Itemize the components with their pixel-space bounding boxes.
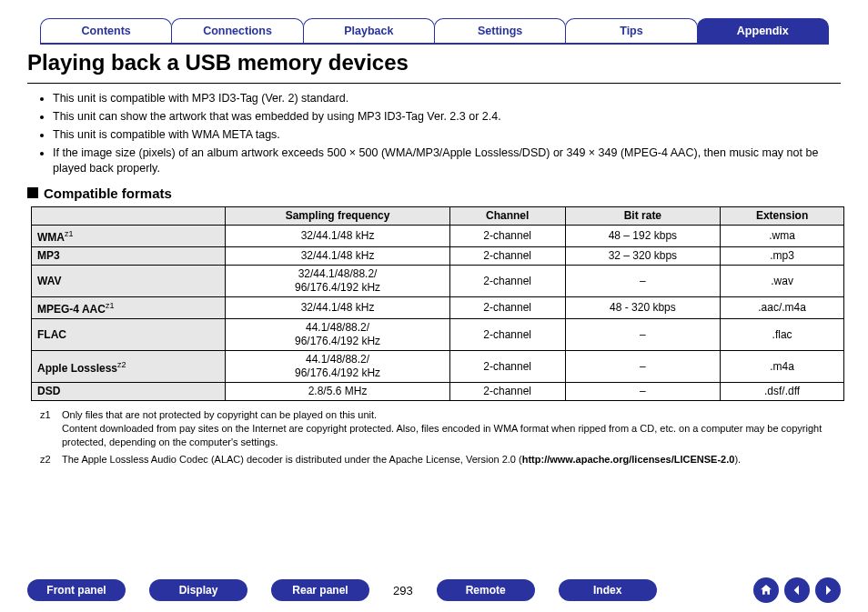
cell-rate: 48 – 192 kbps — [565, 226, 721, 247]
next-page-icon[interactable] — [815, 577, 841, 603]
format-name: FLAC — [32, 319, 226, 351]
cell-rate: – — [565, 319, 721, 351]
cell-freq: 44.1/48/88.2/96/176.4/192 kHz — [226, 319, 449, 351]
cell-ch: 2-channel — [449, 351, 565, 383]
cell-rate: 32 – 320 kbps — [565, 247, 721, 266]
format-name: MP3 — [32, 247, 226, 266]
bullet-item: This unit is compatible with MP3 ID3-Tag… — [53, 91, 841, 106]
bullet-item: If the image size (pixels) of an album a… — [53, 145, 841, 176]
cell-freq: 32/44.1/48 kHz — [226, 297, 449, 319]
cell-ch: 2-channel — [449, 297, 565, 319]
table-row: MP332/44.1/48 kHz2-channel32 – 320 kbps.… — [32, 247, 844, 266]
page-number: 293 — [393, 584, 413, 597]
table-row: DSD2.8/5.6 MHz2-channel–.dsf/.dff — [32, 383, 844, 401]
formats-table: Sampling frequencyChannelBit rateExtensi… — [31, 206, 844, 401]
home-icon[interactable] — [753, 577, 779, 603]
format-name: Apple Losslessz2 — [32, 351, 226, 383]
cell-ext: .aac/.m4a — [721, 297, 844, 319]
format-name: WAV — [32, 266, 226, 297]
prev-page-icon[interactable] — [784, 577, 810, 603]
intro-bullets: This unit is compatible with MP3 ID3-Tag… — [40, 91, 841, 176]
cell-freq: 32/44.1/48 kHz — [226, 226, 449, 247]
remote-button[interactable]: Remote — [437, 579, 535, 601]
title-rule — [27, 83, 841, 84]
cell-rate: – — [565, 351, 721, 383]
cell-ext: .dsf/.dff — [721, 383, 844, 401]
cell-ext: .flac — [721, 319, 844, 351]
tab-tips[interactable]: Tips — [565, 18, 697, 45]
cell-rate: – — [565, 383, 721, 401]
bullet-item: This unit is compatible with WMA META ta… — [53, 127, 841, 143]
top-tabs: ContentsConnectionsPlaybackSettingsTipsA… — [40, 18, 828, 45]
cell-ch: 2-channel — [449, 226, 565, 247]
cell-ext: .mp3 — [721, 247, 844, 266]
cell-freq: 32/44.1/48 kHz — [226, 247, 449, 266]
cell-ch: 2-channel — [449, 247, 565, 266]
tab-contents[interactable]: Contents — [40, 18, 172, 45]
cell-ext: .m4a — [721, 351, 844, 383]
tab-playback[interactable]: Playback — [303, 18, 435, 45]
footnote: z1Only files that are not protected by c… — [40, 408, 841, 449]
cell-ch: 2-channel — [449, 319, 565, 351]
cell-rate: 48 - 320 kbps — [565, 297, 721, 319]
tab-connections[interactable]: Connections — [171, 18, 303, 45]
table-row: MPEG-4 AACz132/44.1/48 kHz2-channel48 - … — [32, 297, 844, 319]
table-row: WMAz132/44.1/48 kHz2-channel48 – 192 kbp… — [32, 226, 844, 247]
footer-bar: Front panel Display Rear panel 293 Remot… — [0, 577, 868, 603]
section-heading: Compatible formats — [27, 186, 841, 201]
index-button[interactable]: Index — [559, 579, 657, 601]
cell-freq: 32/44.1/48/88.2/96/176.4/192 kHz — [226, 266, 449, 297]
cell-ch: 2-channel — [449, 383, 565, 401]
table-header: Sampling frequency — [226, 207, 449, 226]
format-name: WMAz1 — [32, 226, 226, 247]
cell-ch: 2-channel — [449, 266, 565, 297]
cell-freq: 2.8/5.6 MHz — [226, 383, 449, 401]
cell-freq: 44.1/48/88.2/96/176.4/192 kHz — [226, 351, 449, 383]
table-header: Extension — [721, 207, 844, 226]
page-title: Playing back a USB memory devices — [27, 50, 841, 75]
cell-ext: .wav — [721, 266, 844, 297]
table-row: Apple Losslessz244.1/48/88.2/96/176.4/19… — [32, 351, 844, 383]
footnotes: z1Only files that are not protected by c… — [27, 408, 841, 467]
format-name: MPEG-4 AACz1 — [32, 297, 226, 319]
display-button[interactable]: Display — [149, 579, 247, 601]
table-header: Channel — [449, 207, 565, 226]
table-header: Bit rate — [565, 207, 721, 226]
table-row: FLAC44.1/48/88.2/96/176.4/192 kHz2-chann… — [32, 319, 844, 351]
rear-panel-button[interactable]: Rear panel — [271, 579, 369, 601]
bullet-item: This unit can show the artwork that was … — [53, 109, 841, 125]
cell-rate: – — [565, 266, 721, 297]
tab-settings[interactable]: Settings — [434, 18, 566, 45]
table-header — [32, 207, 226, 226]
front-panel-button[interactable]: Front panel — [27, 579, 126, 601]
tab-appendix[interactable]: Appendix — [697, 18, 829, 45]
format-name: DSD — [32, 383, 226, 401]
table-row: WAV32/44.1/48/88.2/96/176.4/192 kHz2-cha… — [32, 266, 844, 297]
cell-ext: .wma — [721, 226, 844, 247]
square-bullet-icon — [27, 187, 38, 198]
footnote: z2The Apple Lossless Audio Codec (ALAC) … — [40, 453, 841, 467]
